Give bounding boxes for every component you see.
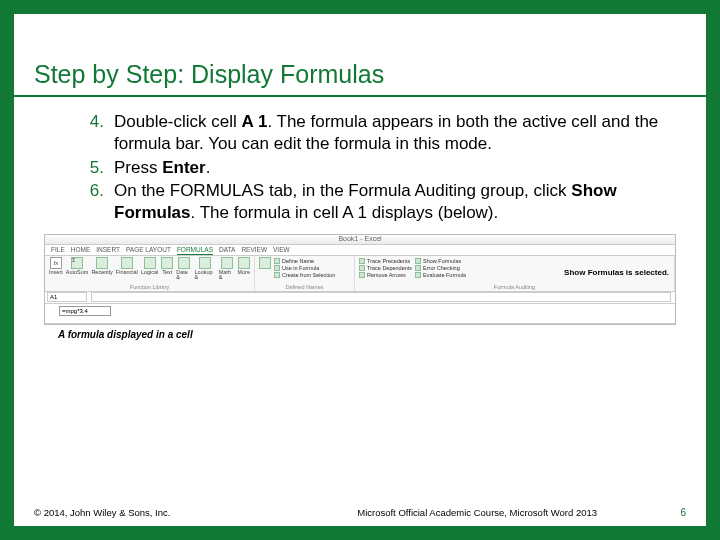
ribbon-tabs: FILE HOME INSERT PAGE LAYOUT FORMULAS DA… [45,245,675,256]
tab-insert: INSERT [96,245,120,255]
text: Trace Precedents [367,258,410,264]
step-6: 6. On the FORMULAS tab, in the Formula A… [86,180,664,224]
icon-label: Insert [49,270,63,276]
tab-home: HOME [71,245,91,255]
worksheet-area: =mpg*3.4 [45,304,675,324]
icon-label: Financial [116,270,138,276]
formula-bar-row: A1 [45,292,675,304]
audit-left: Trace Precedents Trace Dependents Remove… [359,257,412,278]
text: Use in Formula [282,265,319,271]
step-body: On the FORMULAS tab, in the Formula Audi… [114,180,664,224]
callout-text: Show Formulas is selected. [564,268,669,277]
icon-label: Math & [219,270,235,281]
step-number: 4. [86,111,114,155]
use-in-formula-icon [274,265,280,271]
trace-precedents-icon [359,258,365,264]
more-functions-icon: More [237,257,250,276]
text: Double-click cell [114,112,242,131]
page-number: 6 [680,507,686,518]
create-from-selection-icon [274,272,280,278]
step-5: 5. Press Enter. [86,157,664,179]
autosum-icon: ΣAutoSum [66,257,89,276]
tab-pagelayout: PAGE LAYOUT [126,245,171,255]
text: Define Name [282,258,314,264]
window-title: Book1 - Excel [338,235,381,242]
math-trig-icon: Math & [219,257,235,281]
date-time-icon: Date & [176,257,191,281]
remove-arrows-icon [359,272,365,278]
tab-data: DATA [219,245,235,255]
financial-icon: Financial [116,257,138,276]
footer-left: © 2014, John Wiley & Sons, Inc. [34,507,357,518]
name-box: A1 [47,292,87,302]
step-number: 6. [86,180,114,224]
text: . [206,158,211,177]
lookup-icon: Lookup & [195,257,216,281]
footer: © 2014, John Wiley & Sons, Inc. Microsof… [34,507,686,518]
group-function-library: fxInsert ΣAutoSum Recently Financial Log… [45,256,255,291]
error-checking-icon [415,265,421,271]
recently-used-icon: Recently [91,257,112,276]
fnlib-icons: fxInsert ΣAutoSum Recently Financial Log… [49,257,250,284]
names-text: Define Name Use in Formula Create from S… [274,257,335,278]
evaluate-formula-icon [415,272,421,278]
text-icon: Text [161,257,173,276]
text: Error Checking [423,265,460,271]
insert-function-icon: fxInsert [49,257,63,276]
icon-label: AutoSum [66,270,89,276]
define-name-icon [274,258,280,264]
tab-formulas: FORMULAS [177,245,213,255]
tab-view: VIEW [273,245,290,255]
cell-a1: =mpg*3.4 [59,306,111,316]
tab-review: REVIEW [241,245,267,255]
group-label: Function Library [49,284,250,291]
icon-label: Recently [91,270,112,276]
icon-label: Text [162,270,172,276]
header-band [14,14,706,56]
icon-label: Date & [176,270,191,281]
text: Remove Arrows [367,272,406,278]
icon-label: Logical [141,270,158,276]
logical-icon: Logical [141,257,158,276]
group-defined-names: Define Name Use in Formula Create from S… [255,256,355,291]
step-body: Press Enter. [114,157,664,179]
slide: Step by Step: Display Formulas 4. Double… [0,0,720,540]
formula-bar [91,292,671,302]
text: Create from Selection [282,272,335,278]
tab-file: FILE [51,245,65,255]
excel-titlebar: Book1 - Excel [45,235,675,245]
step-number: 5. [86,157,114,179]
names-icons: Define Name Use in Formula Create from S… [259,257,350,284]
icon-label: More [237,270,250,276]
text: On the FORMULAS tab, in the Formula Audi… [114,181,571,200]
text: . The formula in cell A 1 displays (belo… [191,203,499,222]
bold-text: Enter [162,158,205,177]
audit-right: Show Formulas Error Checking Evaluate Fo… [415,257,466,278]
page-title: Step by Step: Display Formulas [14,56,706,97]
group-label: Defined Names [259,284,350,291]
text: Trace Dependents [367,265,412,271]
step-4: 4. Double-click cell A 1. The formula ap… [86,111,664,155]
text: Evaluate Formula [423,272,466,278]
group-label: Formula Auditing [359,284,670,291]
figure-caption: A formula displayed in a cell [14,325,706,344]
steps-list: 4. Double-click cell A 1. The formula ap… [14,111,706,224]
callout-show-formulas: Show Formulas is selected. [564,269,669,278]
bold-text: A 1 [242,112,268,131]
text: Press [114,158,162,177]
trace-dependents-icon [359,265,365,271]
excel-screenshot: Book1 - Excel FILE HOME INSERT PAGE LAYO… [44,234,676,325]
step-body: Double-click cell A 1. The formula appea… [114,111,664,155]
icon-label: Lookup & [195,270,216,281]
footer-center: Microsoft Official Academic Course, Micr… [357,507,680,518]
show-formulas-icon [415,258,421,264]
name-manager-icon [259,257,271,270]
text: Show Formulas [423,258,461,264]
